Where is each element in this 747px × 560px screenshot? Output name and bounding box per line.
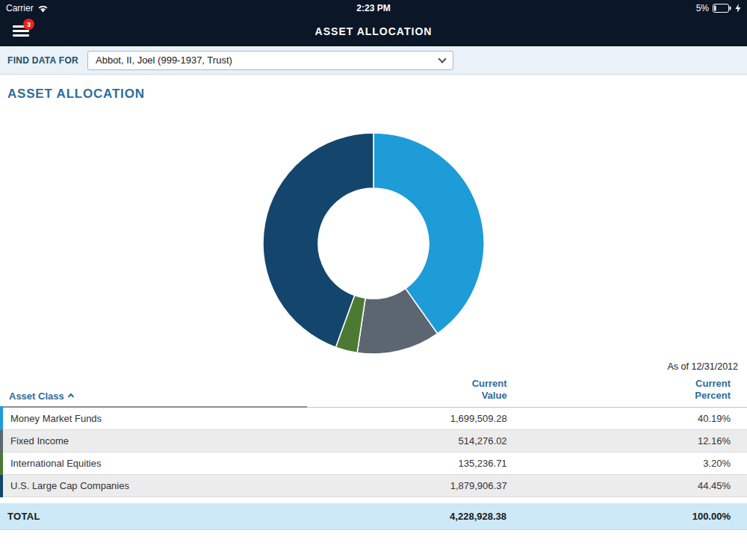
find-data-label: FIND DATA FOR — [7, 55, 78, 66]
current-value-cell: 1,879,906.37 — [307, 474, 515, 497]
notification-badge: 3 — [23, 19, 34, 30]
allocation-table: Asset Class Current Value Current Percen… — [0, 378, 747, 497]
asset-class-header-label: Asset Class — [9, 391, 64, 402]
current-percent-cell: 12.16% — [516, 429, 747, 452]
current-percent-cell: 44.45% — [516, 474, 747, 497]
chevron-down-icon — [438, 55, 446, 63]
account-select-value: Abbot, II, Joel (999-1937, Trust) — [96, 55, 232, 66]
asset-class-cell: Money Market Funds — [1, 407, 307, 429]
column-header-current-percent: Current Percent — [516, 378, 747, 407]
column-header-asset-class[interactable]: Asset Class — [1, 378, 307, 407]
current-value-cell: 514,276.02 — [307, 429, 515, 452]
asset-class-cell: U.S. Large Cap Companies — [1, 474, 307, 497]
wifi-icon — [37, 4, 49, 13]
battery-icon — [713, 4, 731, 13]
table-header-row: Asset Class Current Value Current Percen… — [1, 378, 747, 407]
nav-bar: 3 ASSET ALLOCATION — [0, 16, 747, 46]
total-label: TOTAL — [0, 511, 306, 522]
total-percent: 100.00% — [515, 511, 747, 522]
total-value: 4,228,928.38 — [306, 511, 515, 522]
current-value-cell: 1,699,509.28 — [307, 407, 515, 429]
carrier-label: Carrier — [6, 3, 34, 13]
charging-bolt-icon — [735, 4, 741, 13]
table-row: International Equities 135,236.71 3.20% — [1, 452, 747, 474]
status-bar: Carrier 2:23 PM 5% — [0, 0, 747, 16]
current-value-cell: 135,236.71 — [307, 452, 515, 474]
nav-title: ASSET ALLOCATION — [0, 25, 747, 37]
table-row: Money Market Funds 1,699,509.28 40.19% — [1, 407, 747, 429]
account-select[interactable]: Abbot, II, Joel (999-1937, Trust) — [87, 51, 453, 70]
total-row: TOTAL 4,228,928.38 100.00% — [0, 503, 747, 530]
menu-button[interactable]: 3 — [13, 25, 29, 37]
asset-class-cell: Fixed Income — [1, 429, 307, 452]
chart-container — [0, 131, 747, 355]
column-header-current-value: Current Value — [307, 378, 515, 407]
table-row: U.S. Large Cap Companies 1,879,906.37 44… — [1, 474, 747, 497]
sort-ascending-icon — [67, 393, 73, 399]
find-data-bar: FIND DATA FOR Abbot, II, Joel (999-1937,… — [0, 46, 747, 75]
asset-class-cell: International Equities — [1, 452, 307, 474]
page-heading: ASSET ALLOCATION — [7, 87, 747, 102]
clock: 2:23 PM — [356, 3, 390, 13]
battery-percent: 5% — [696, 3, 709, 13]
as-of-date: As of 12/31/2012 — [0, 361, 747, 373]
current-percent-cell: 40.19% — [516, 407, 747, 429]
current-percent-cell: 3.20% — [516, 452, 747, 474]
table-row: Fixed Income 514,276.02 12.16% — [1, 429, 747, 452]
allocation-donut-chart — [261, 131, 486, 355]
